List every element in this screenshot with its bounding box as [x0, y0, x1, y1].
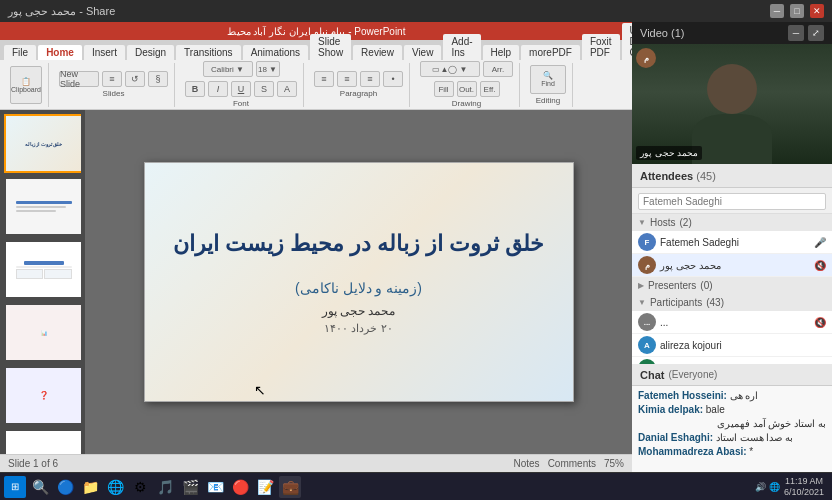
- bold-button[interactable]: B: [185, 81, 205, 97]
- ribbon-group-paragraph: ≡ ≡ ≡ • Paragraph: [308, 63, 410, 107]
- tab-foxitpdf[interactable]: Foxit PDF: [582, 34, 620, 60]
- section-button[interactable]: §: [148, 71, 168, 87]
- participant-avatar-0: ...: [638, 313, 656, 331]
- notes-button[interactable]: Notes: [514, 458, 540, 469]
- start-button[interactable]: ⊞: [4, 476, 26, 498]
- ribbon-group-editing: 🔍Find Editing: [524, 63, 573, 107]
- chat-text-4: *: [749, 446, 753, 457]
- reset-button[interactable]: ↺: [125, 71, 145, 87]
- video-controls: ─ ⤢: [788, 25, 824, 41]
- shape-fill-button[interactable]: Fill: [434, 81, 454, 97]
- slide-subtitle: (زمینه و دلایل ناکامی): [295, 280, 422, 296]
- video-expand-btn[interactable]: ⤢: [808, 25, 824, 41]
- ribbon-group-slides: New Slide ≡ ↺ § Slides: [53, 63, 175, 107]
- chat-section: Chat (Everyone) Fatemeh Hosseini: اره هی…: [632, 364, 832, 472]
- attendee-search-input[interactable]: [638, 193, 826, 210]
- tab-home[interactable]: Home: [38, 45, 82, 60]
- tab-morepdf[interactable]: morePDF: [521, 45, 580, 60]
- slide-thumb-6[interactable]: 6: [4, 429, 81, 454]
- attendee-search-row[interactable]: [632, 188, 832, 214]
- participant-item-2: A Ameneh Ahani: [632, 357, 832, 364]
- slide-thumb-3[interactable]: 3: [4, 240, 81, 299]
- window-title-bar: محمد حجی پور - Share ─ □ ✕: [0, 0, 832, 22]
- chat-msg-3: Danial Eshaghi: به صدا هست استاد: [638, 432, 826, 443]
- new-slide-button[interactable]: New Slide: [59, 71, 99, 87]
- hosts-section-header[interactable]: ▼ Hosts (2): [632, 214, 832, 231]
- ppt-status-bar: Slide 1 of 6 Notes Comments 75%: [0, 454, 632, 472]
- align-right-button[interactable]: ≡: [360, 71, 380, 87]
- tab-animations[interactable]: Animations: [243, 45, 308, 60]
- tab-insert[interactable]: Insert: [84, 45, 125, 60]
- slide-thumb-1[interactable]: 1 خلق ثروت از زباله: [4, 114, 81, 173]
- chat-sender-0: Fatemeh Hosseini:: [638, 390, 730, 401]
- find-button[interactable]: 🔍Find: [530, 65, 566, 94]
- align-left-button[interactable]: ≡: [314, 71, 334, 87]
- window-controls: ─ □ ✕: [770, 4, 824, 18]
- taskbar-app3-icon[interactable]: 🔴: [229, 476, 251, 498]
- chat-header: Chat (Everyone): [632, 364, 832, 386]
- underline-button[interactable]: U: [231, 81, 251, 97]
- chat-msg-2: به استاد خوش آمد فهمیری: [638, 418, 826, 429]
- strikethrough-button[interactable]: S: [254, 81, 274, 97]
- taskbar-notes-icon[interactable]: 📝: [254, 476, 276, 498]
- taskbar-email-icon[interactable]: 📧: [204, 476, 226, 498]
- ribbon-tabs: File Home Insert Design Transitions Anim…: [0, 40, 632, 60]
- participant-item-1: A alireza kojouri: [632, 334, 832, 357]
- tab-help[interactable]: Help: [483, 45, 520, 60]
- chat-messages[interactable]: Fatemeh Hosseini: اره هی Kimia delpak: b…: [632, 386, 832, 472]
- taskbar: ⊞ 🔍 🔵 📁 🌐 ⚙ 🎵 🎬 📧 🔴 📝 💼 🔊 🌐 11:19 AM 6/1…: [0, 472, 832, 500]
- font-family-select[interactable]: Calibri ▼: [203, 61, 253, 77]
- chat-text-0: اره هی: [730, 390, 759, 401]
- taskbar-files-icon[interactable]: 📁: [79, 476, 101, 498]
- host-item-0: F Fatemeh Sadeghi 🎤: [632, 231, 832, 254]
- participants-section-header[interactable]: ▼ Participants (43): [632, 294, 832, 311]
- arrange-button[interactable]: Arr.: [483, 61, 513, 77]
- tab-view[interactable]: View: [404, 45, 442, 60]
- tab-slideshow[interactable]: Slide Show: [310, 34, 351, 60]
- shape-effects-button[interactable]: Eff.: [480, 81, 500, 97]
- tab-transitions[interactable]: Transitions: [176, 45, 241, 60]
- paste-button[interactable]: 📋Clipboard: [10, 66, 42, 104]
- tab-file[interactable]: File: [4, 45, 36, 60]
- tab-addins[interactable]: Add-Ins: [443, 34, 480, 60]
- shape-outline-button[interactable]: Out.: [457, 81, 477, 97]
- bullets-button[interactable]: •: [383, 71, 403, 87]
- taskbar-media-icon[interactable]: 🎬: [179, 476, 201, 498]
- slide-thumb-5[interactable]: 5 ❓: [4, 366, 81, 425]
- presenters-section-header[interactable]: ▶ Presenters (0): [632, 277, 832, 294]
- tray-icons[interactable]: 🔊 🌐: [755, 482, 780, 492]
- taskbar-app4-icon[interactable]: 💼: [279, 476, 301, 498]
- taskbar-browser-icon[interactable]: 🌐: [104, 476, 126, 498]
- host-avatar-0: F: [638, 233, 656, 251]
- italic-button[interactable]: I: [208, 81, 228, 97]
- participant-mic-0: 🔇: [814, 317, 826, 328]
- tab-review[interactable]: Review: [353, 45, 402, 60]
- shadow-button[interactable]: A: [277, 81, 297, 97]
- slide-thumb-4[interactable]: 4 📊: [4, 303, 81, 362]
- comments-button[interactable]: Comments: [548, 458, 596, 469]
- slides-panel[interactable]: 1 خلق ثروت از زباله 2: [0, 110, 85, 454]
- taskbar-app2-icon[interactable]: 🎵: [154, 476, 176, 498]
- video-minimize-btn[interactable]: ─: [788, 25, 804, 41]
- slide-position-indicator: Slide 1 of 6: [8, 458, 58, 469]
- font-size-select[interactable]: 18 ▼: [256, 61, 280, 77]
- align-center-button[interactable]: ≡: [337, 71, 357, 87]
- layout-button[interactable]: ≡: [102, 71, 122, 87]
- tab-design[interactable]: Design: [127, 45, 174, 60]
- video-header: Video (1) ─ ⤢: [632, 22, 832, 44]
- window-title-left: محمد حجی پور - Share: [8, 5, 115, 18]
- taskbar-cortana-icon[interactable]: 🔵: [54, 476, 76, 498]
- tab-udc[interactable]: Universal Document Converter: [622, 23, 632, 60]
- taskbar-app1-icon[interactable]: ⚙: [129, 476, 151, 498]
- ppt-workspace: 1 خلق ثروت از زباله 2: [0, 110, 632, 454]
- presenters-label: Presenters: [648, 280, 696, 291]
- host-avatar-1: م: [638, 256, 656, 274]
- maximize-button[interactable]: □: [790, 4, 804, 18]
- zoom-level: 75%: [604, 458, 624, 469]
- slide-thumb-2[interactable]: 2: [4, 177, 81, 236]
- close-button[interactable]: ✕: [810, 4, 824, 18]
- minimize-button[interactable]: ─: [770, 4, 784, 18]
- chat-sender-3: Danial Eshaghi:: [638, 432, 716, 443]
- taskbar-search-icon[interactable]: 🔍: [29, 476, 51, 498]
- shapes-button[interactable]: ▭▲◯ ▼: [420, 61, 480, 77]
